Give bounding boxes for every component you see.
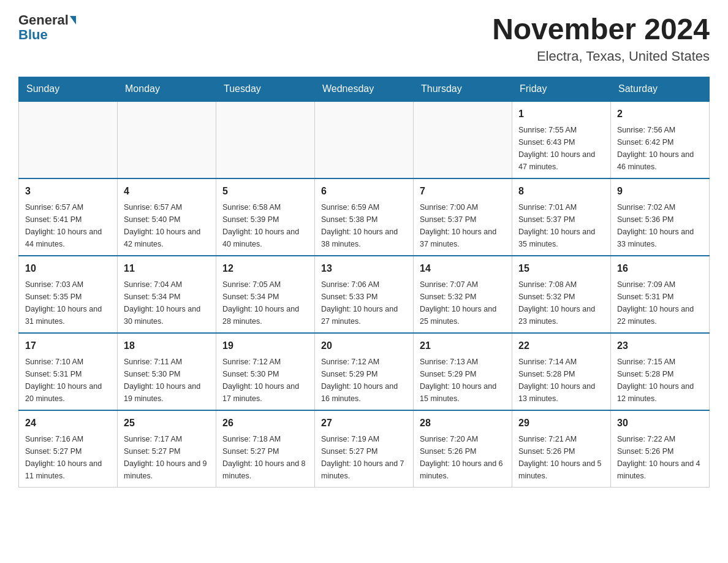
day-number: 17 <box>25 339 111 353</box>
day-number: 27 <box>321 416 407 431</box>
day-number: 5 <box>222 184 308 199</box>
day-info: Sunrise: 7:12 AM Sunset: 5:30 PM Dayligh… <box>222 356 308 405</box>
calendar-cell-12: 12Sunrise: 7:05 AM Sunset: 5:34 PM Dayli… <box>216 256 315 333</box>
calendar-table: SundayMondayTuesdayWednesdayThursdayFrid… <box>18 77 710 488</box>
logo-blue-text: Blue <box>18 27 48 43</box>
calendar-header-tuesday: Tuesday <box>216 77 315 102</box>
calendar-cell-11: 11Sunrise: 7:04 AM Sunset: 5:34 PM Dayli… <box>118 256 216 333</box>
day-info: Sunrise: 7:19 AM Sunset: 5:27 PM Dayligh… <box>321 433 407 482</box>
calendar-cell-9: 9Sunrise: 7:02 AM Sunset: 5:36 PM Daylig… <box>611 178 710 256</box>
calendar-cell-19: 19Sunrise: 7:12 AM Sunset: 5:30 PM Dayli… <box>216 333 315 410</box>
calendar-week-2: 3Sunrise: 6:57 AM Sunset: 5:41 PM Daylig… <box>19 178 710 256</box>
calendar-cell-8: 8Sunrise: 7:01 AM Sunset: 5:37 PM Daylig… <box>512 178 611 256</box>
calendar-cell-18: 18Sunrise: 7:11 AM Sunset: 5:30 PM Dayli… <box>118 333 216 410</box>
calendar-header-sunday: Sunday <box>19 77 118 102</box>
calendar-cell-empty-0-0 <box>19 101 118 178</box>
calendar-cell-empty-0-3 <box>315 101 414 178</box>
calendar-cell-6: 6Sunrise: 6:59 AM Sunset: 5:38 PM Daylig… <box>315 178 414 256</box>
calendar-cell-7: 7Sunrise: 7:00 AM Sunset: 5:37 PM Daylig… <box>414 178 512 256</box>
day-info: Sunrise: 7:15 AM Sunset: 5:28 PM Dayligh… <box>617 356 703 405</box>
calendar-cell-1: 1Sunrise: 7:55 AM Sunset: 6:43 PM Daylig… <box>512 101 611 178</box>
day-info: Sunrise: 6:57 AM Sunset: 5:40 PM Dayligh… <box>124 201 210 250</box>
day-number: 11 <box>124 261 210 276</box>
day-info: Sunrise: 7:07 AM Sunset: 5:32 PM Dayligh… <box>420 278 506 327</box>
logo-area: General Blue <box>18 12 77 43</box>
logo-arrow-icon <box>70 16 76 25</box>
day-number: 15 <box>518 261 604 276</box>
day-number: 16 <box>617 261 703 276</box>
day-number: 30 <box>617 416 703 431</box>
day-info: Sunrise: 7:12 AM Sunset: 5:29 PM Dayligh… <box>321 356 407 405</box>
day-info: Sunrise: 7:00 AM Sunset: 5:37 PM Dayligh… <box>420 201 506 250</box>
day-info: Sunrise: 7:55 AM Sunset: 6:43 PM Dayligh… <box>518 124 604 173</box>
day-number: 18 <box>124 339 210 353</box>
calendar-week-3: 10Sunrise: 7:03 AM Sunset: 5:35 PM Dayli… <box>19 256 710 333</box>
day-number: 23 <box>617 339 703 353</box>
calendar-week-4: 17Sunrise: 7:10 AM Sunset: 5:31 PM Dayli… <box>19 333 710 410</box>
calendar-week-5: 24Sunrise: 7:16 AM Sunset: 5:27 PM Dayli… <box>19 410 710 488</box>
day-number: 10 <box>25 261 111 276</box>
calendar-cell-24: 24Sunrise: 7:16 AM Sunset: 5:27 PM Dayli… <box>19 410 118 488</box>
day-number: 12 <box>222 261 308 276</box>
day-info: Sunrise: 7:21 AM Sunset: 5:26 PM Dayligh… <box>518 433 604 482</box>
calendar-cell-2: 2Sunrise: 7:56 AM Sunset: 6:42 PM Daylig… <box>611 101 710 178</box>
day-info: Sunrise: 7:06 AM Sunset: 5:33 PM Dayligh… <box>321 278 407 327</box>
calendar-header-monday: Monday <box>118 77 216 102</box>
day-number: 2 <box>617 107 703 121</box>
calendar-cell-16: 16Sunrise: 7:09 AM Sunset: 5:31 PM Dayli… <box>611 256 710 333</box>
day-number: 8 <box>518 184 604 199</box>
day-number: 20 <box>321 339 407 353</box>
calendar-cell-4: 4Sunrise: 6:57 AM Sunset: 5:40 PM Daylig… <box>118 178 216 256</box>
day-info: Sunrise: 6:57 AM Sunset: 5:41 PM Dayligh… <box>25 201 111 250</box>
day-info: Sunrise: 7:11 AM Sunset: 5:30 PM Dayligh… <box>124 356 210 405</box>
day-info: Sunrise: 7:17 AM Sunset: 5:27 PM Dayligh… <box>124 433 210 482</box>
day-number: 26 <box>222 416 308 431</box>
day-info: Sunrise: 7:18 AM Sunset: 5:27 PM Dayligh… <box>222 433 308 482</box>
day-number: 13 <box>321 261 407 276</box>
day-number: 4 <box>124 184 210 199</box>
calendar-cell-28: 28Sunrise: 7:20 AM Sunset: 5:26 PM Dayli… <box>414 410 512 488</box>
day-info: Sunrise: 6:58 AM Sunset: 5:39 PM Dayligh… <box>222 201 308 250</box>
day-info: Sunrise: 7:08 AM Sunset: 5:32 PM Dayligh… <box>518 278 604 327</box>
calendar-cell-15: 15Sunrise: 7:08 AM Sunset: 5:32 PM Dayli… <box>512 256 611 333</box>
day-number: 19 <box>222 339 308 353</box>
calendar-cell-5: 5Sunrise: 6:58 AM Sunset: 5:39 PM Daylig… <box>216 178 315 256</box>
calendar-cell-10: 10Sunrise: 7:03 AM Sunset: 5:35 PM Dayli… <box>19 256 118 333</box>
day-number: 22 <box>518 339 604 353</box>
calendar-cell-22: 22Sunrise: 7:14 AM Sunset: 5:28 PM Dayli… <box>512 333 611 410</box>
day-info: Sunrise: 7:09 AM Sunset: 5:31 PM Dayligh… <box>617 278 703 327</box>
day-number: 1 <box>518 107 604 121</box>
day-number: 21 <box>420 339 506 353</box>
day-number: 29 <box>518 416 604 431</box>
calendar-cell-13: 13Sunrise: 7:06 AM Sunset: 5:33 PM Dayli… <box>315 256 414 333</box>
logo-general-text: General <box>18 12 69 28</box>
day-info: Sunrise: 7:01 AM Sunset: 5:37 PM Dayligh… <box>518 201 604 250</box>
day-info: Sunrise: 7:02 AM Sunset: 5:36 PM Dayligh… <box>617 201 703 250</box>
logo: General <box>18 12 77 28</box>
calendar-cell-23: 23Sunrise: 7:15 AM Sunset: 5:28 PM Dayli… <box>611 333 710 410</box>
day-info: Sunrise: 7:16 AM Sunset: 5:27 PM Dayligh… <box>25 433 111 482</box>
day-info: Sunrise: 7:05 AM Sunset: 5:34 PM Dayligh… <box>222 278 308 327</box>
day-info: Sunrise: 7:56 AM Sunset: 6:42 PM Dayligh… <box>617 124 703 173</box>
page-header: General Blue November 2024 Electra, Texa… <box>18 12 710 64</box>
calendar-cell-20: 20Sunrise: 7:12 AM Sunset: 5:29 PM Dayli… <box>315 333 414 410</box>
day-number: 28 <box>420 416 506 431</box>
calendar-header-row: SundayMondayTuesdayWednesdayThursdayFrid… <box>19 77 710 102</box>
day-number: 25 <box>124 416 210 431</box>
day-info: Sunrise: 7:22 AM Sunset: 5:26 PM Dayligh… <box>617 433 703 482</box>
calendar-header-saturday: Saturday <box>611 77 710 102</box>
day-number: 7 <box>420 184 506 199</box>
day-number: 6 <box>321 184 407 199</box>
calendar-cell-25: 25Sunrise: 7:17 AM Sunset: 5:27 PM Dayli… <box>118 410 216 488</box>
calendar-cell-30: 30Sunrise: 7:22 AM Sunset: 5:26 PM Dayli… <box>611 410 710 488</box>
day-info: Sunrise: 7:04 AM Sunset: 5:34 PM Dayligh… <box>124 278 210 327</box>
calendar-cell-26: 26Sunrise: 7:18 AM Sunset: 5:27 PM Dayli… <box>216 410 315 488</box>
day-info: Sunrise: 7:10 AM Sunset: 5:31 PM Dayligh… <box>25 356 111 405</box>
calendar-cell-empty-0-2 <box>216 101 315 178</box>
calendar-header-wednesday: Wednesday <box>315 77 414 102</box>
calendar-cell-17: 17Sunrise: 7:10 AM Sunset: 5:31 PM Dayli… <box>19 333 118 410</box>
calendar-cell-29: 29Sunrise: 7:21 AM Sunset: 5:26 PM Dayli… <box>512 410 611 488</box>
calendar-header-thursday: Thursday <box>414 77 512 102</box>
day-info: Sunrise: 7:03 AM Sunset: 5:35 PM Dayligh… <box>25 278 111 327</box>
day-info: Sunrise: 6:59 AM Sunset: 5:38 PM Dayligh… <box>321 201 407 250</box>
